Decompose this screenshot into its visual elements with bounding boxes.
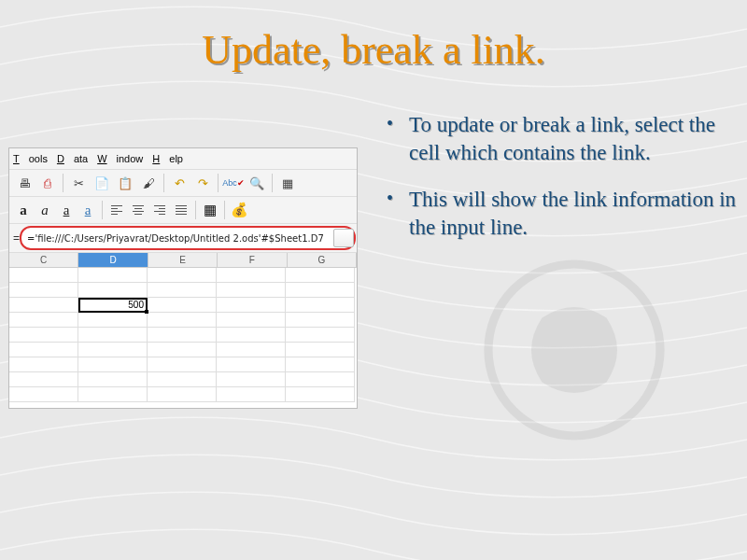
bullet-2: This will show the link information in t… bbox=[383, 186, 738, 242]
find-icon[interactable]: 🔍 bbox=[246, 172, 268, 194]
bullet-1: To update or break a link, select the ce… bbox=[383, 111, 738, 167]
col-header-d[interactable]: D bbox=[78, 253, 148, 268]
col-header-e[interactable]: E bbox=[148, 253, 218, 268]
menu-data[interactable]: Data bbox=[57, 153, 88, 164]
table-icon[interactable]: ▦ bbox=[276, 172, 299, 194]
align-center-icon[interactable] bbox=[128, 200, 148, 220]
paste-icon[interactable]: 📋 bbox=[114, 172, 136, 194]
hyperlink-style-icon[interactable]: a bbox=[78, 200, 98, 220]
menu-help[interactable]: Help bbox=[152, 153, 183, 164]
column-headers: C D E F G bbox=[9, 253, 357, 268]
copy-icon[interactable]: 📄 bbox=[91, 172, 113, 194]
underline-icon[interactable]: a bbox=[56, 200, 77, 220]
align-justify-icon[interactable] bbox=[171, 200, 191, 220]
slide-title: Update, break a link. bbox=[0, 0, 747, 74]
col-header-c[interactable]: C bbox=[9, 253, 78, 268]
undo-icon[interactable]: ↶ bbox=[168, 172, 190, 194]
currency-icon[interactable]: 💰 bbox=[229, 200, 249, 220]
menubar: Tools Data Window Help bbox=[9, 148, 357, 170]
formatting-toolbar: a a a a ▦ 💰 bbox=[9, 197, 357, 224]
col-header-f[interactable]: F bbox=[218, 253, 287, 268]
pdf-icon[interactable]: ⎙ bbox=[36, 172, 59, 194]
align-left-icon[interactable] bbox=[106, 200, 127, 220]
equals-label: = bbox=[13, 231, 20, 245]
cut-icon[interactable]: ✂ bbox=[67, 172, 90, 194]
formula-input[interactable]: ='file:///C:/Users/Priyavrat/Desktop/Unt… bbox=[21, 233, 330, 244]
standard-toolbar: 🖶 ⎙ ✂ 📄 📋 🖌 ↶ ↷ Abc✔ 🔍 ▦ bbox=[9, 170, 357, 197]
bold-icon[interactable]: a bbox=[13, 200, 34, 220]
redo-icon[interactable]: ↷ bbox=[191, 172, 214, 194]
formula-dropdown-icon[interactable] bbox=[333, 229, 354, 247]
spreadsheet-grid[interactable]: 500 bbox=[9, 268, 357, 402]
menu-window[interactable]: Window bbox=[97, 153, 143, 164]
formula-bar: = ='file:///C:/Users/Priyavrat/Desktop/U… bbox=[9, 224, 357, 253]
menu-tools[interactable]: Tools bbox=[13, 153, 48, 164]
print-icon[interactable]: 🖶 bbox=[13, 172, 35, 194]
formula-highlight: ='file:///C:/Users/Priyavrat/Desktop/Unt… bbox=[20, 226, 356, 250]
italic-icon[interactable]: a bbox=[35, 200, 55, 220]
screenshot-calc: Tools Data Window Help 🖶 ⎙ ✂ 📄 📋 🖌 ↶ ↷ bbox=[9, 148, 357, 408]
format-paintbrush-icon[interactable]: 🖌 bbox=[137, 172, 160, 194]
align-right-icon[interactable] bbox=[149, 200, 170, 220]
bullet-list: To update or break a link, select the ce… bbox=[383, 111, 738, 242]
spellcheck-icon[interactable]: Abc✔ bbox=[222, 172, 245, 194]
active-cell[interactable]: 500 bbox=[78, 298, 148, 313]
col-header-g[interactable]: G bbox=[288, 253, 357, 268]
merge-cells-icon[interactable]: ▦ bbox=[200, 200, 220, 220]
